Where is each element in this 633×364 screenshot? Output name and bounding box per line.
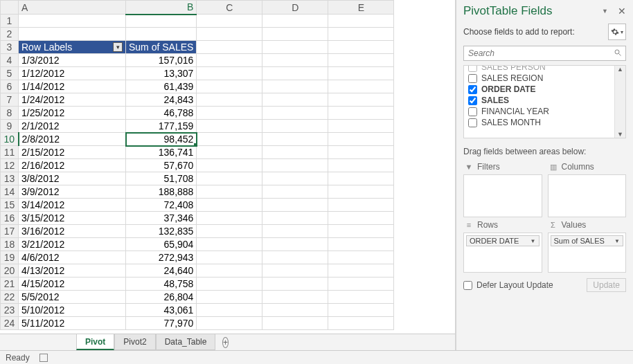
cell-C2[interactable]: [197, 28, 262, 41]
field-checkbox[interactable]: [468, 107, 477, 116]
field-item-order-date[interactable]: ORDER DATE: [467, 84, 612, 95]
cell-D24[interactable]: [262, 317, 328, 330]
cell-D14[interactable]: [262, 185, 328, 199]
update-button[interactable]: Update: [587, 278, 626, 292]
defer-update-input[interactable]: [463, 281, 472, 290]
cell-C23[interactable]: [197, 304, 262, 317]
cell-A6[interactable]: 1/14/2012: [19, 80, 126, 93]
macro-record-icon[interactable]: [39, 354, 48, 362]
cell-C20[interactable]: [197, 264, 262, 277]
cell-D23[interactable]: [262, 304, 328, 317]
cell-B20[interactable]: 24,640: [126, 264, 197, 277]
cell-C10[interactable]: [197, 133, 262, 146]
field-checkbox[interactable]: [468, 85, 477, 94]
columns-area[interactable]: [548, 174, 627, 217]
cell-A17[interactable]: 3/16/2012: [19, 225, 126, 238]
cell-D13[interactable]: [262, 172, 328, 185]
area-chip-order-date[interactable]: ORDER DATE▼: [466, 235, 540, 246]
close-icon[interactable]: ✕: [618, 6, 626, 17]
cell-B17[interactable]: 132,835: [126, 225, 197, 238]
cell-B11[interactable]: 136,741: [126, 146, 197, 159]
cell-C11[interactable]: [197, 146, 262, 159]
cell-D5[interactable]: [262, 67, 328, 80]
sheet-tab-Pivot2[interactable]: Pivot2: [114, 334, 155, 350]
cell-C13[interactable]: [197, 172, 262, 185]
scroll-down-icon[interactable]: ▼: [617, 131, 623, 138]
cell-D2[interactable]: [262, 28, 328, 41]
new-sheet-button[interactable]: +: [215, 334, 235, 350]
cell-B21[interactable]: 48,758: [126, 277, 197, 291]
cell-A9[interactable]: 2/1/2012: [19, 120, 126, 133]
cell-A20[interactable]: 4/13/2012: [19, 264, 126, 277]
rows-area[interactable]: ORDER DATE▼: [463, 233, 542, 273]
cell-A15[interactable]: 3/14/2012: [19, 199, 126, 212]
cell-D11[interactable]: [262, 146, 328, 159]
row-header-22[interactable]: 22: [1, 291, 19, 304]
cell-C12[interactable]: [197, 159, 262, 172]
cell-E11[interactable]: [328, 146, 394, 159]
row-header-14[interactable]: 14: [1, 185, 19, 199]
cell-C4[interactable]: [197, 54, 262, 67]
field-checkbox[interactable]: [468, 66, 477, 72]
cell-A12[interactable]: 2/16/2012: [19, 159, 126, 172]
cell-B22[interactable]: 26,804: [126, 291, 197, 304]
cell-C5[interactable]: [197, 67, 262, 80]
cell-B2[interactable]: [126, 28, 197, 41]
row-header-23[interactable]: 23: [1, 304, 19, 317]
filters-area[interactable]: [463, 174, 542, 217]
cell-A19[interactable]: 4/6/2012: [19, 251, 126, 264]
search-box[interactable]: [463, 46, 626, 61]
cell-B12[interactable]: 57,670: [126, 159, 197, 172]
cell-A14[interactable]: 3/9/2012: [19, 185, 126, 199]
cell-D15[interactable]: [262, 199, 328, 212]
cell-B10[interactable]: 98,452: [126, 133, 197, 146]
cell-D9[interactable]: [262, 120, 328, 133]
cell-B8[interactable]: 46,788: [126, 107, 197, 120]
cell-D7[interactable]: [262, 93, 328, 107]
cell-E8[interactable]: [328, 107, 394, 120]
cell-D12[interactable]: [262, 159, 328, 172]
cell-A21[interactable]: 4/15/2012: [19, 277, 126, 291]
cell-D3[interactable]: [262, 41, 328, 54]
cell-E5[interactable]: [328, 67, 394, 80]
cell-A13[interactable]: 3/8/2012: [19, 172, 126, 185]
cell-B4[interactable]: 157,016: [126, 54, 197, 67]
row-header-3[interactable]: 3: [1, 41, 19, 54]
row-header-16[interactable]: 16: [1, 212, 19, 225]
field-checkbox[interactable]: [468, 74, 477, 83]
cell-C7[interactable]: [197, 93, 262, 107]
pane-menu-dropdown-icon[interactable]: ▼: [602, 8, 608, 15]
cell-B1[interactable]: [126, 15, 197, 28]
scroll-up-icon[interactable]: ▲: [617, 66, 623, 73]
field-item-financial-year[interactable]: FINANCIAL YEAR: [467, 106, 612, 117]
cell-E3[interactable]: [328, 41, 394, 54]
area-chip-sum-of-sales[interactable]: Sum of SALES▼: [551, 235, 624, 246]
cell-C15[interactable]: [197, 199, 262, 212]
cell-B24[interactable]: 77,970: [126, 317, 197, 330]
sheet-tab-Data_Table[interactable]: Data_Table: [156, 334, 216, 350]
row-header-18[interactable]: 18: [1, 238, 19, 251]
row-header-21[interactable]: 21: [1, 277, 19, 291]
row-header-9[interactable]: 9: [1, 120, 19, 133]
cell-A16[interactable]: 3/15/2012: [19, 212, 126, 225]
cell-C8[interactable]: [197, 107, 262, 120]
cell-C24[interactable]: [197, 317, 262, 330]
cell-C14[interactable]: [197, 185, 262, 199]
gear-button[interactable]: ▾: [608, 24, 626, 40]
col-header-A[interactable]: A: [19, 1, 126, 15]
cell-D4[interactable]: [262, 54, 328, 67]
cell-D6[interactable]: [262, 80, 328, 93]
cell-B5[interactable]: 13,307: [126, 67, 197, 80]
cell-D21[interactable]: [262, 277, 328, 291]
cell-E12[interactable]: [328, 159, 394, 172]
cell-B7[interactable]: 24,843: [126, 93, 197, 107]
cell-C9[interactable]: [197, 120, 262, 133]
cell-D16[interactable]: [262, 212, 328, 225]
cell-C22[interactable]: [197, 291, 262, 304]
cell-B18[interactable]: 65,904: [126, 238, 197, 251]
values-area[interactable]: Sum of SALES▼: [548, 233, 627, 273]
field-list-scrollbar[interactable]: ▲ ▼: [614, 66, 625, 138]
row-header-4[interactable]: 4: [1, 54, 19, 67]
col-header-D[interactable]: D: [262, 1, 328, 15]
cell-D8[interactable]: [262, 107, 328, 120]
